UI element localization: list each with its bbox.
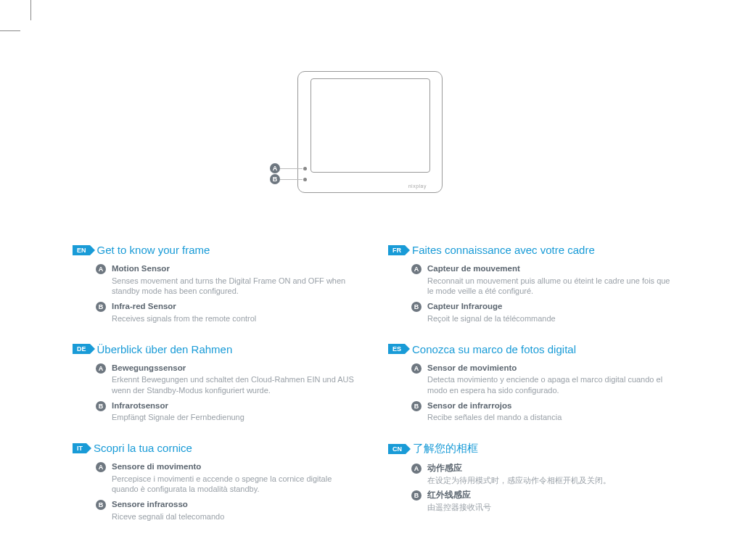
content-columns: ENGet to know your frameAMotion SensorSe… xyxy=(73,244,675,541)
left-column: ENGet to know your frameAMotion SensorSe… xyxy=(73,244,359,541)
item-title: Sensor de infrarrojos xyxy=(427,400,675,412)
item-key-bubble: B xyxy=(96,500,106,510)
feature-item: ASensore di movimentoPercepisce i movime… xyxy=(73,461,359,495)
callout-bubble-b: B xyxy=(270,174,280,184)
item-key-bubble: B xyxy=(96,302,106,312)
item-key-bubble: B xyxy=(411,401,421,411)
item-body: Capteur InfrarougeReçoit le signal de la… xyxy=(427,301,675,324)
item-description: Empfängt Signale der Fernbedienung xyxy=(112,412,359,423)
section-es: ESConozca su marco de fotos digitalASens… xyxy=(388,343,675,424)
language-tag: DE xyxy=(73,344,90,354)
feature-item: AMotion SensorSenses movement and turns … xyxy=(73,263,359,297)
section-header: CN了解您的相框 xyxy=(388,442,675,456)
item-key-bubble: A xyxy=(411,464,421,474)
item-key-bubble: A xyxy=(411,363,421,374)
item-title: Capteur Infrarouge xyxy=(427,301,675,313)
right-column: FRFaites connaissance avec votre cadreAC… xyxy=(388,244,675,541)
item-title: Infrarotsensor xyxy=(112,400,359,412)
crop-mark-horizontal xyxy=(0,30,20,31)
item-description: Senses movement and turns the Digital Fr… xyxy=(112,276,359,297)
section-title: Überblick über den Rahmen xyxy=(97,343,233,355)
language-tag: EN xyxy=(73,245,90,255)
frame-illustration: nixplay A B xyxy=(283,71,443,194)
feature-item: BInfrarotsensorEmpfängt Signale der Fern… xyxy=(73,400,359,423)
section-title: Get to know your frame xyxy=(97,244,210,256)
section-header: FRFaites connaissance avec votre cadre xyxy=(388,244,675,256)
item-description: 在设定为待用模式时，感应动作令相框开机及关闭。 xyxy=(427,475,675,486)
feature-item: BInfra-red SensorReceives signals from t… xyxy=(73,301,359,324)
section-title: Conozca su marco de fotos digital xyxy=(412,343,576,355)
section-it: ITScopri la tua corniceASensore di movim… xyxy=(73,442,359,522)
item-key-bubble: A xyxy=(411,264,421,274)
item-body: Capteur de mouvementReconnait un mouveme… xyxy=(427,263,675,297)
item-description: Detecta movimiento y enciende o apaga el… xyxy=(427,374,675,396)
item-body: Motion SensorSenses movement and turns t… xyxy=(112,263,359,297)
section-title: Faites connaissance avec votre cadre xyxy=(412,244,595,256)
item-body: InfrarotsensorEmpfängt Signale der Fernb… xyxy=(112,400,359,423)
feature-item: ABewegungssensorErkennt Bewegungen und s… xyxy=(73,363,359,396)
section-cn: CN了解您的相框A动作感应在设定为待用模式时，感应动作令相框开机及关闭。B红外线… xyxy=(388,442,675,513)
item-key-bubble: B xyxy=(96,401,106,411)
item-description: Receives signals from the remote control xyxy=(112,313,359,324)
item-key-bubble: B xyxy=(411,302,421,312)
language-tag: IT xyxy=(73,443,86,453)
item-body: Sensor de infrarrojosRecibe señales del … xyxy=(427,400,675,423)
item-title: Bewegungssensor xyxy=(112,363,359,374)
item-title: Capteur de mouvement xyxy=(427,263,675,275)
feature-item: BSensore infrarossoRiceve segnali dal te… xyxy=(73,499,359,522)
item-description: Reconnait un mouvement puis allume ou ét… xyxy=(427,276,675,297)
item-body: Sensore di movimentoPercepisce i movimen… xyxy=(112,461,359,495)
item-description: Percepisce i movimenti e accende o spegn… xyxy=(112,474,359,495)
section-header: DEÜberblick über den Rahmen xyxy=(73,343,359,355)
item-key-bubble: A xyxy=(96,264,106,274)
item-key-bubble: B xyxy=(411,490,421,501)
sensor-dot-a xyxy=(303,167,307,170)
callout-bubble-a: A xyxy=(270,163,280,173)
feature-item: B红外线感应由遥控器接收讯号 xyxy=(388,490,675,512)
section-en: ENGet to know your frameAMotion SensorSe… xyxy=(73,244,359,324)
item-body: 红外线感应由遥控器接收讯号 xyxy=(427,490,675,512)
item-description: Recibe señales del mando a distancia xyxy=(427,412,675,423)
sensor-dot-b xyxy=(303,178,307,181)
feature-item: BCapteur InfrarougeReçoit le signal de l… xyxy=(388,301,675,324)
item-body: Sensore infrarossoRiceve segnali dal tel… xyxy=(112,499,359,522)
item-key-bubble: A xyxy=(96,363,106,374)
feature-item: A动作感应在设定为待用模式时，感应动作令相框开机及关闭。 xyxy=(388,463,675,485)
item-title: Sensore di movimento xyxy=(112,461,359,473)
item-title: Motion Sensor xyxy=(112,263,359,275)
item-title: 动作感应 xyxy=(427,463,675,474)
item-key-bubble: A xyxy=(96,462,106,472)
section-title: Scopri la tua cornice xyxy=(94,442,192,454)
item-description: Reçoit le signal de la télécommande xyxy=(427,313,675,324)
feature-item: ASensor de movimientoDetecta movimiento … xyxy=(388,363,675,396)
section-header: ESConozca su marco de fotos digital xyxy=(388,343,675,355)
item-body: Infra-red SensorReceives signals from th… xyxy=(112,301,359,324)
frame-screen xyxy=(311,78,430,173)
language-tag: ES xyxy=(388,344,405,354)
item-description: 由遥控器接收讯号 xyxy=(427,502,675,513)
brand-label: nixplay xyxy=(408,184,427,189)
item-body: BewegungssensorErkennt Bewegungen und sc… xyxy=(112,363,359,396)
item-description: Riceve segnali dal telecomando xyxy=(112,511,359,522)
item-title: Sensore infrarosso xyxy=(112,499,359,511)
language-tag: CN xyxy=(388,444,406,454)
item-title: 红外线感应 xyxy=(427,490,675,501)
item-body: 动作感应在设定为待用模式时，感应动作令相框开机及关闭。 xyxy=(427,463,675,485)
section-title: 了解您的相框 xyxy=(413,442,478,456)
item-description: Erkennt Bewegungen und schaltet den Clou… xyxy=(112,374,359,396)
section-header: ITScopri la tua cornice xyxy=(73,442,359,454)
item-body: Sensor de movimientoDetecta movimiento y… xyxy=(427,363,675,396)
section-de: DEÜberblick über den RahmenABewegungssen… xyxy=(73,343,359,424)
feature-item: BSensor de infrarrojosRecibe señales del… xyxy=(388,400,675,423)
item-title: Infra-red Sensor xyxy=(112,301,359,313)
section-header: ENGet to know your frame xyxy=(73,244,359,256)
crop-mark-vertical xyxy=(30,0,31,20)
feature-item: ACapteur de mouvementReconnait un mouvem… xyxy=(388,263,675,297)
item-title: Sensor de movimiento xyxy=(427,363,675,374)
leader-line-a xyxy=(280,168,303,169)
leader-line-b xyxy=(280,179,303,180)
language-tag: FR xyxy=(388,245,405,255)
section-fr: FRFaites connaissance avec votre cadreAC… xyxy=(388,244,675,324)
